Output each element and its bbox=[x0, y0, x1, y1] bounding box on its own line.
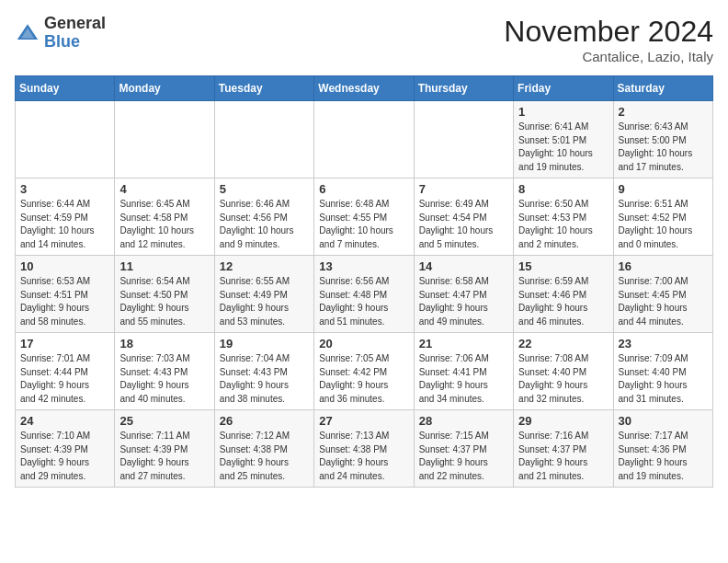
day-info: Sunrise: 7:04 AM Sunset: 4:43 PM Dayligh… bbox=[220, 352, 309, 406]
day-number: 5 bbox=[220, 182, 309, 196]
day-info: Sunrise: 6:58 AM Sunset: 4:47 PM Dayligh… bbox=[419, 275, 508, 328]
day-cell: 26Sunrise: 7:12 AM Sunset: 4:38 PM Dayli… bbox=[214, 410, 313, 488]
day-info: Sunrise: 6:48 AM Sunset: 4:55 PM Dayligh… bbox=[319, 198, 408, 251]
day-cell: 17Sunrise: 7:01 AM Sunset: 4:44 PM Dayli… bbox=[16, 333, 115, 410]
day-info: Sunrise: 7:16 AM Sunset: 4:37 PM Dayligh… bbox=[518, 430, 608, 483]
day-info: Sunrise: 7:13 AM Sunset: 4:38 PM Dayligh… bbox=[319, 430, 408, 483]
day-info: Sunrise: 6:53 AM Sunset: 4:51 PM Dayligh… bbox=[20, 275, 109, 328]
day-cell bbox=[314, 101, 414, 178]
day-number: 15 bbox=[518, 259, 608, 273]
day-cell: 16Sunrise: 7:00 AM Sunset: 4:45 PM Dayli… bbox=[613, 256, 712, 333]
day-cell: 18Sunrise: 7:03 AM Sunset: 4:43 PM Dayli… bbox=[115, 333, 214, 410]
day-cell: 4Sunrise: 6:45 AM Sunset: 4:58 PM Daylig… bbox=[115, 178, 214, 256]
weekday-header-monday: Monday bbox=[115, 76, 214, 101]
day-info: Sunrise: 7:05 AM Sunset: 4:42 PM Dayligh… bbox=[319, 352, 408, 406]
week-row-5: 24Sunrise: 7:10 AM Sunset: 4:39 PM Dayli… bbox=[16, 410, 713, 488]
week-row-3: 10Sunrise: 6:53 AM Sunset: 4:51 PM Dayli… bbox=[16, 256, 713, 333]
day-cell: 24Sunrise: 7:10 AM Sunset: 4:39 PM Dayli… bbox=[16, 410, 115, 488]
day-info: Sunrise: 6:55 AM Sunset: 4:49 PM Dayligh… bbox=[220, 275, 309, 328]
day-info: Sunrise: 7:10 AM Sunset: 4:39 PM Dayligh… bbox=[20, 430, 109, 483]
day-number: 1 bbox=[518, 105, 608, 119]
day-info: Sunrise: 7:01 AM Sunset: 4:44 PM Dayligh… bbox=[20, 352, 109, 406]
weekday-header-sunday: Sunday bbox=[16, 76, 115, 101]
day-cell: 1Sunrise: 6:41 AM Sunset: 5:01 PM Daylig… bbox=[514, 101, 613, 178]
day-cell: 19Sunrise: 7:04 AM Sunset: 4:43 PM Dayli… bbox=[214, 333, 313, 410]
day-number: 13 bbox=[319, 259, 408, 273]
day-cell bbox=[16, 101, 115, 178]
day-number: 7 bbox=[419, 182, 508, 196]
day-info: Sunrise: 7:11 AM Sunset: 4:39 PM Dayligh… bbox=[119, 430, 209, 483]
day-info: Sunrise: 6:41 AM Sunset: 5:01 PM Dayligh… bbox=[518, 121, 608, 174]
day-cell: 14Sunrise: 6:58 AM Sunset: 4:47 PM Dayli… bbox=[414, 256, 513, 333]
day-info: Sunrise: 6:45 AM Sunset: 4:58 PM Dayligh… bbox=[119, 198, 209, 251]
day-info: Sunrise: 6:46 AM Sunset: 4:56 PM Dayligh… bbox=[220, 198, 309, 251]
day-cell bbox=[115, 101, 214, 178]
day-info: Sunrise: 7:15 AM Sunset: 4:37 PM Dayligh… bbox=[419, 430, 508, 483]
day-number: 10 bbox=[20, 259, 109, 273]
day-cell: 5Sunrise: 6:46 AM Sunset: 4:56 PM Daylig… bbox=[214, 178, 313, 256]
day-cell: 23Sunrise: 7:09 AM Sunset: 4:40 PM Dayli… bbox=[613, 333, 712, 410]
day-cell: 15Sunrise: 6:59 AM Sunset: 4:46 PM Dayli… bbox=[514, 256, 613, 333]
day-info: Sunrise: 6:44 AM Sunset: 4:59 PM Dayligh… bbox=[20, 198, 109, 251]
day-info: Sunrise: 7:06 AM Sunset: 4:41 PM Dayligh… bbox=[419, 352, 508, 406]
day-cell: 27Sunrise: 7:13 AM Sunset: 4:38 PM Dayli… bbox=[314, 410, 414, 488]
week-row-2: 3Sunrise: 6:44 AM Sunset: 4:59 PM Daylig… bbox=[16, 178, 713, 256]
day-info: Sunrise: 6:54 AM Sunset: 4:50 PM Dayligh… bbox=[119, 275, 209, 328]
day-number: 21 bbox=[419, 337, 508, 350]
day-info: Sunrise: 6:50 AM Sunset: 4:53 PM Dayligh… bbox=[518, 198, 608, 251]
day-cell: 22Sunrise: 7:08 AM Sunset: 4:40 PM Dayli… bbox=[514, 333, 613, 410]
day-cell: 9Sunrise: 6:51 AM Sunset: 4:52 PM Daylig… bbox=[613, 178, 712, 256]
weekday-header-saturday: Saturday bbox=[613, 76, 712, 101]
day-number: 29 bbox=[518, 414, 608, 428]
day-number: 14 bbox=[419, 259, 508, 273]
weekday-header-row: SundayMondayTuesdayWednesdayThursdayFrid… bbox=[16, 76, 713, 101]
logo: General Blue bbox=[15, 15, 106, 52]
day-cell: 25Sunrise: 7:11 AM Sunset: 4:39 PM Dayli… bbox=[115, 410, 214, 488]
location: Cantalice, Lazio, Italy bbox=[504, 49, 713, 64]
day-cell: 13Sunrise: 6:56 AM Sunset: 4:48 PM Dayli… bbox=[314, 256, 414, 333]
day-number: 28 bbox=[419, 414, 508, 428]
calendar-table: SundayMondayTuesdayWednesdayThursdayFrid… bbox=[15, 75, 713, 488]
day-cell: 30Sunrise: 7:17 AM Sunset: 4:36 PM Dayli… bbox=[613, 410, 712, 488]
day-number: 18 bbox=[119, 337, 209, 350]
day-cell bbox=[214, 101, 313, 178]
day-number: 22 bbox=[518, 337, 608, 350]
day-number: 2 bbox=[619, 105, 708, 119]
day-info: Sunrise: 6:51 AM Sunset: 4:52 PM Dayligh… bbox=[619, 198, 708, 251]
week-row-4: 17Sunrise: 7:01 AM Sunset: 4:44 PM Dayli… bbox=[16, 333, 713, 410]
day-number: 19 bbox=[220, 337, 309, 350]
day-info: Sunrise: 7:09 AM Sunset: 4:40 PM Dayligh… bbox=[619, 352, 708, 406]
day-info: Sunrise: 7:03 AM Sunset: 4:43 PM Dayligh… bbox=[119, 352, 209, 406]
month-title: November 2024 bbox=[504, 15, 713, 49]
page-header: General Blue November 2024 Cantalice, La… bbox=[15, 15, 713, 64]
day-cell: 12Sunrise: 6:55 AM Sunset: 4:49 PM Dayli… bbox=[214, 256, 313, 333]
day-cell: 8Sunrise: 6:50 AM Sunset: 4:53 PM Daylig… bbox=[514, 178, 613, 256]
day-number: 20 bbox=[319, 337, 408, 350]
day-number: 17 bbox=[20, 337, 109, 350]
day-info: Sunrise: 6:49 AM Sunset: 4:54 PM Dayligh… bbox=[419, 198, 508, 251]
day-cell: 3Sunrise: 6:44 AM Sunset: 4:59 PM Daylig… bbox=[16, 178, 115, 256]
day-number: 27 bbox=[319, 414, 408, 428]
day-number: 8 bbox=[518, 182, 608, 196]
day-number: 11 bbox=[119, 259, 209, 273]
day-cell: 7Sunrise: 6:49 AM Sunset: 4:54 PM Daylig… bbox=[414, 178, 513, 256]
day-cell: 28Sunrise: 7:15 AM Sunset: 4:37 PM Dayli… bbox=[414, 410, 513, 488]
day-cell: 10Sunrise: 6:53 AM Sunset: 4:51 PM Dayli… bbox=[16, 256, 115, 333]
day-number: 3 bbox=[20, 182, 109, 196]
day-number: 23 bbox=[619, 337, 708, 350]
day-number: 26 bbox=[220, 414, 309, 428]
day-number: 9 bbox=[619, 182, 708, 196]
day-cell: 20Sunrise: 7:05 AM Sunset: 4:42 PM Dayli… bbox=[314, 333, 414, 410]
weekday-header-thursday: Thursday bbox=[414, 76, 513, 101]
day-info: Sunrise: 6:56 AM Sunset: 4:48 PM Dayligh… bbox=[319, 275, 408, 328]
weekday-header-tuesday: Tuesday bbox=[214, 76, 313, 101]
day-info: Sunrise: 6:59 AM Sunset: 4:46 PM Dayligh… bbox=[518, 275, 608, 328]
title-area: November 2024 Cantalice, Lazio, Italy bbox=[504, 15, 713, 64]
day-cell: 21Sunrise: 7:06 AM Sunset: 4:41 PM Dayli… bbox=[414, 333, 513, 410]
day-number: 30 bbox=[619, 414, 708, 428]
day-cell: 2Sunrise: 6:43 AM Sunset: 5:00 PM Daylig… bbox=[613, 101, 712, 178]
day-cell bbox=[414, 101, 513, 178]
logo-icon bbox=[15, 20, 40, 46]
weekday-header-wednesday: Wednesday bbox=[314, 76, 414, 101]
weekday-header-friday: Friday bbox=[514, 76, 613, 101]
